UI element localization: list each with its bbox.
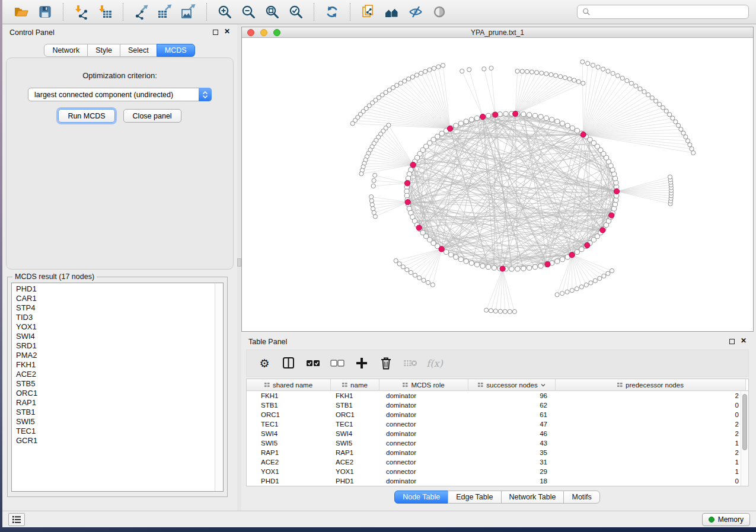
table-cell[interactable]: ACE2 [331, 457, 379, 467]
table-cell[interactable]: 1 [556, 457, 746, 467]
tab-node-table[interactable]: Node Table [394, 491, 448, 504]
table-cell[interactable]: SWI5 [247, 438, 331, 448]
table-cell[interactable]: PHD1 [331, 476, 379, 486]
table-cell[interactable]: ACE2 [247, 457, 331, 467]
table-row[interactable]: PHD1PHD1dominator180 [247, 476, 748, 486]
mcds-result-item[interactable]: YOX1 [16, 322, 215, 332]
table-cell[interactable]: 1 [556, 438, 746, 448]
mcds-result-item[interactable]: ORC1 [16, 389, 215, 398]
tab-motifs[interactable]: Motifs [563, 491, 599, 504]
float-panel-icon[interactable] [213, 30, 218, 35]
mcds-result-item[interactable]: ACE2 [16, 370, 215, 379]
table-cell[interactable]: FKH1 [247, 391, 331, 400]
export-table-icon[interactable] [156, 3, 174, 21]
table-cell[interactable]: TEC1 [247, 419, 331, 429]
table-cell[interactable]: SWI4 [247, 429, 331, 438]
table-cell[interactable]: TEC1 [331, 419, 379, 429]
function-builder-icon[interactable]: f(x) [428, 356, 442, 370]
table-cell[interactable]: STB1 [247, 400, 331, 410]
welcome-screen-icon[interactable] [383, 3, 401, 21]
zoom-fit-icon[interactable] [263, 3, 281, 21]
table-row[interactable]: SWI5SWI5connector431 [247, 438, 748, 448]
table-cell[interactable]: 62 [468, 400, 556, 410]
delete-column-icon[interactable] [403, 356, 417, 370]
tab-network-table[interactable]: Network Table [501, 491, 564, 504]
tab-select[interactable]: Select [120, 44, 157, 57]
table-cell[interactable]: dominator [379, 448, 468, 457]
table-cell[interactable]: 29 [468, 467, 556, 476]
result-scrollbar[interactable] [215, 283, 223, 491]
mcds-result-item[interactable]: FKH1 [16, 360, 215, 370]
table-row[interactable]: STB1STB1dominator620 [247, 400, 748, 410]
table-cell[interactable]: 46 [468, 429, 556, 438]
mcds-result-item[interactable]: STB5 [16, 379, 215, 389]
network-window-titlebar[interactable]: YPA_prune.txt_1 [242, 27, 753, 38]
table-cell[interactable]: 1 [556, 467, 746, 476]
tab-edge-table[interactable]: Edge Table [448, 491, 501, 504]
task-history-button[interactable] [8, 513, 25, 526]
table-cell[interactable]: dominator [379, 391, 468, 400]
mcds-result-item[interactable]: GCR1 [16, 436, 215, 446]
table-cell[interactable]: 2 [556, 429, 746, 438]
table-cell[interactable]: 31 [468, 457, 556, 467]
table-cell[interactable]: ORC1 [331, 410, 379, 419]
memory-button[interactable]: Memory [702, 513, 750, 526]
zoom-out-icon[interactable] [240, 3, 257, 21]
close-panel-icon[interactable]: ✕ [224, 27, 230, 36]
table-cell[interactable]: connector [379, 438, 468, 448]
table-cell[interactable]: SWI5 [331, 438, 379, 448]
table-cell[interactable]: connector [379, 467, 468, 476]
table-cell[interactable]: 47 [468, 419, 556, 429]
mcds-result-item[interactable]: RAP1 [16, 398, 215, 408]
mcds-result-item[interactable]: SWI5 [16, 417, 215, 427]
table-row[interactable]: ACE2ACE2connector311 [247, 457, 748, 467]
show-hide-columns-icon[interactable] [282, 356, 296, 370]
table-cell[interactable]: connector [379, 419, 468, 429]
import-table-icon[interactable] [96, 3, 114, 21]
zoom-in-icon[interactable] [216, 3, 234, 21]
mcds-result-item[interactable]: PHD1 [16, 284, 215, 294]
mcds-result-item[interactable]: TID3 [16, 313, 215, 322]
network-canvas[interactable] [242, 38, 753, 331]
column-header-MCDS-role[interactable]: MCDS role [379, 379, 468, 390]
table-row[interactable]: SWI4SWI4dominator462 [247, 429, 748, 438]
mcds-result-item[interactable]: PMA2 [16, 351, 215, 360]
mcds-result-item[interactable]: CAR1 [16, 294, 215, 303]
table-float-icon[interactable] [729, 339, 735, 344]
mcds-result-list[interactable]: PHD1CAR1STP4TID3YOX1SWI4SRD1PMA2FKH1ACE2… [12, 284, 215, 491]
column-header-name[interactable]: name [331, 379, 379, 390]
table-cell[interactable]: RAP1 [247, 448, 331, 457]
graphics-details-icon[interactable] [430, 3, 448, 21]
splitter-handle[interactable] [237, 258, 241, 267]
mcds-result-item[interactable]: SWI4 [16, 332, 215, 341]
table-row[interactable]: TEC1TEC1connector472 [247, 419, 748, 429]
table-row[interactable]: ORC1ORC1dominator610 [247, 410, 748, 419]
table-cell[interactable]: YOX1 [331, 467, 379, 476]
run-mcds-button[interactable]: Run MCDS [58, 109, 114, 123]
table-cell[interactable]: dominator [379, 476, 468, 486]
table-close-icon[interactable]: ✕ [741, 336, 747, 345]
table-cell[interactable]: 96 [468, 391, 556, 400]
close-panel-button[interactable]: Close panel [123, 109, 181, 123]
table-cell[interactable]: dominator [379, 410, 468, 419]
table-cell[interactable]: connector [379, 457, 468, 467]
mcds-result-item[interactable]: STP4 [16, 303, 215, 313]
table-cell[interactable]: SWI4 [331, 429, 379, 438]
network-graph[interactable] [242, 38, 753, 331]
table-cell[interactable]: ORC1 [247, 410, 331, 419]
table-scrollbar-thumb[interactable] [742, 394, 747, 450]
table-cell[interactable]: dominator [379, 429, 468, 438]
new-network-from-selection-icon[interactable] [359, 3, 377, 21]
table-cell[interactable]: 61 [468, 410, 556, 419]
export-image-icon[interactable] [180, 3, 197, 21]
table-cell[interactable]: dominator [379, 400, 468, 410]
refresh-view-icon[interactable] [323, 3, 341, 21]
column-header-predecessor-nodes[interactable]: predecessor nodes [556, 379, 746, 390]
node-table-body[interactable]: FKH1FKH1dominator962STB1STB1dominator620… [247, 391, 748, 486]
import-network-icon[interactable] [72, 3, 90, 21]
mcds-result-item[interactable]: STB1 [16, 408, 215, 417]
table-cell[interactable]: STB1 [331, 400, 379, 410]
save-session-icon[interactable] [36, 3, 54, 21]
tab-network[interactable]: Network [44, 44, 88, 57]
table-cell[interactable]: 2 [556, 419, 746, 429]
